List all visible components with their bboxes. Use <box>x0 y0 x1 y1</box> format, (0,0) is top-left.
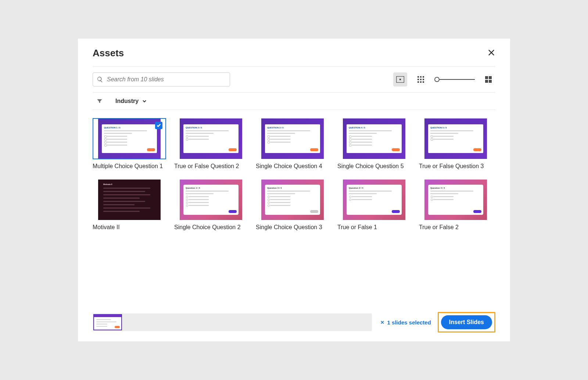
slide-label: True or False Question 2 <box>174 163 248 170</box>
slide-card[interactable]: QUESTION 1 / 5Multiple Choice Question 1 <box>93 118 166 170</box>
clear-selection-link[interactable]: ✕ 1 slides selected <box>380 319 431 326</box>
slide-label: True or False Question 3 <box>419 163 492 170</box>
dialog-header: Assets <box>93 47 495 67</box>
slide-card[interactable]: Question 3 / 4Single Choice Question 3 <box>256 179 329 231</box>
view-grid-large-button[interactable] <box>481 72 495 86</box>
filter-bar: Industry <box>93 93 495 110</box>
chevron-down-icon <box>142 99 147 103</box>
view-grid-small-button[interactable] <box>414 72 428 86</box>
slide-thumbnail[interactable]: QUESTION 4 / 5 <box>337 118 411 159</box>
slide-preview: Motivate II <box>98 180 161 220</box>
slide-preview: Question 4 / 4 <box>424 180 487 220</box>
slide-thumbnail[interactable]: Question 3 / 4 <box>256 179 329 220</box>
slide-preview: QUESTION 5 / 5 <box>424 118 487 159</box>
slide-label: True or False 2 <box>419 224 492 231</box>
slide-preview: QUESTION 1 / 5 <box>98 118 161 159</box>
insert-slides-button[interactable]: Insert Slides <box>441 315 492 329</box>
slide-label: Single Choice Question 5 <box>337 163 411 170</box>
slide-card[interactable]: Motivate IIMotivate II <box>93 179 166 231</box>
filter-icon[interactable] <box>96 98 103 104</box>
insert-highlight: Insert Slides <box>438 312 495 333</box>
dialog-footer: ✕ 1 slides selected Insert Slides <box>93 312 495 333</box>
slide-card[interactable]: QUESTION 5 / 5True or False Question 3 <box>419 118 492 170</box>
slide-thumbnail[interactable]: Question 2 / 4 <box>337 179 411 220</box>
slide-thumbnail[interactable]: QUESTION 5 / 5 <box>419 118 492 159</box>
search-input[interactable] <box>107 76 226 83</box>
thumbnail-size-slider[interactable] <box>434 76 475 83</box>
slide-preview: Question 3 / 4 <box>261 180 324 220</box>
slide-preview: QUESTION 4 / 5 <box>343 118 405 159</box>
slide-preview: Question 1 / 4 <box>180 180 242 220</box>
slide-label: Multiple Choice Question 1 <box>93 163 166 170</box>
slide-card[interactable]: QUESTION 2 / 5True or False Question 2 <box>174 118 248 170</box>
search-field[interactable] <box>93 72 230 86</box>
slide-thumbnail[interactable]: Question 4 / 4 <box>419 179 492 220</box>
slide-card[interactable]: Question 2 / 4True or False 1 <box>337 179 411 231</box>
slide-preview: QUESTION 2 / 5 <box>180 118 242 159</box>
clear-x-icon: ✕ <box>380 320 384 325</box>
slide-thumbnail[interactable]: QUESTION 3 / 5 <box>256 118 329 159</box>
view-controls <box>393 72 495 86</box>
grid-3x3-icon <box>417 76 424 83</box>
slide-label: Single Choice Question 3 <box>256 224 329 231</box>
slide-preview: Question 2 / 4 <box>343 180 405 220</box>
grid-2x2-icon <box>485 76 492 83</box>
industry-filter-dropdown[interactable]: Industry <box>115 98 147 104</box>
selection-strip <box>93 313 372 331</box>
dialog-title: Assets <box>93 47 124 59</box>
slide-thumbnail[interactable]: Question 1 / 4 <box>174 179 248 220</box>
slide-view-icon <box>396 76 404 83</box>
slide-label: Single Choice Question 2 <box>174 224 248 231</box>
slide-card[interactable]: Question 1 / 4Single Choice Question 2 <box>174 179 248 231</box>
slide-label: Motivate II <box>93 224 166 231</box>
slider-track <box>440 79 475 80</box>
close-icon <box>487 49 495 57</box>
slides-grid: QUESTION 1 / 5Multiple Choice Question 1… <box>93 110 495 231</box>
slide-label: Single Choice Question 4 <box>256 163 329 170</box>
slider-knob-icon <box>434 77 440 82</box>
search-icon <box>97 76 103 83</box>
slide-card[interactable]: QUESTION 4 / 5Single Choice Question 5 <box>337 118 411 170</box>
slide-card[interactable]: Question 4 / 4True or False 2 <box>419 179 492 231</box>
industry-filter-label: Industry <box>115 98 139 104</box>
assets-dialog: Assets Industry <box>78 39 510 341</box>
view-single-button[interactable] <box>393 72 407 86</box>
svg-rect-1 <box>399 79 401 80</box>
slide-thumbnail[interactable]: QUESTION 1 / 5 <box>93 118 166 159</box>
slide-label: True or False 1 <box>337 224 411 231</box>
selected-check-icon <box>155 122 162 129</box>
selection-count-label: 1 slides selected <box>387 319 431 326</box>
slide-preview: QUESTION 3 / 5 <box>261 118 324 159</box>
selected-slide-thumb[interactable] <box>93 314 122 330</box>
slide-thumbnail[interactable]: Motivate II <box>93 179 166 220</box>
slide-card[interactable]: QUESTION 3 / 5Single Choice Question 4 <box>256 118 329 170</box>
toolbar <box>93 67 495 93</box>
close-button[interactable] <box>487 49 495 58</box>
slide-thumbnail[interactable]: QUESTION 2 / 5 <box>174 118 248 159</box>
